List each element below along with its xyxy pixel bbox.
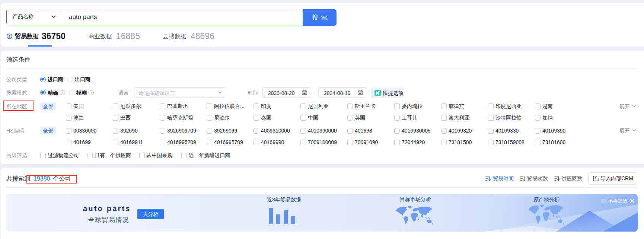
svg-text:?: ? [9, 34, 11, 38]
